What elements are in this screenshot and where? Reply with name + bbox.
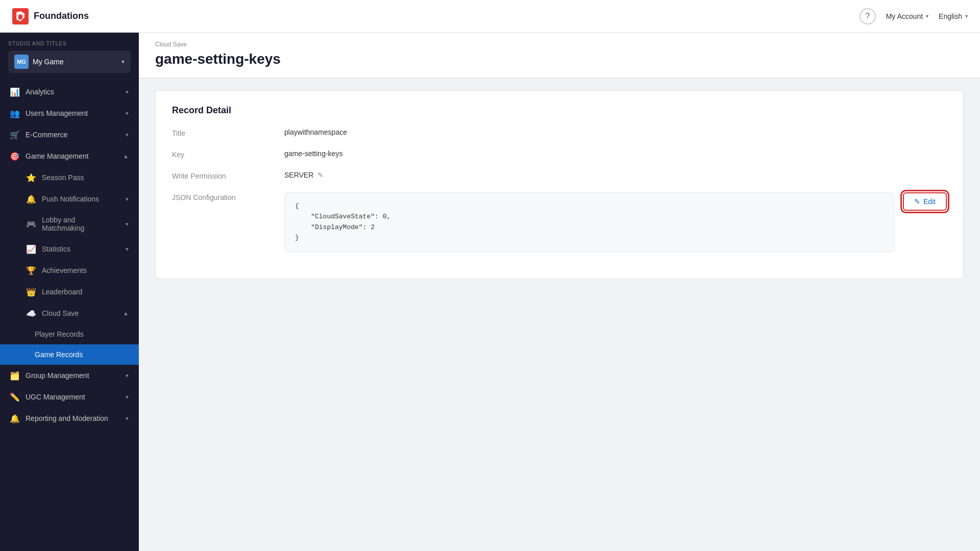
statistics-icon: 📈 [27,244,36,254]
edit-pen-icon: ✎ [914,197,920,206]
sidebar-item-label-reporting: Reporting and Moderation [26,414,119,422]
ugc-chevron-icon: ▾ [126,394,129,400]
lobby-chevron-icon: ▾ [126,221,129,228]
sidebar-item-label-season-pass: Season Pass [42,173,129,182]
group-management-icon: 🗂️ [10,371,19,380]
sidebar-item-reporting-moderation[interactable]: 🔔 Reporting and Moderation ▾ [0,408,139,429]
studio-avatar: MG [14,55,29,69]
lobby-matchmaking-icon: 🎮 [27,219,36,229]
studio-name: My Game [33,58,117,66]
sidebar-item-statistics[interactable]: 📈 Statistics ▾ [0,238,139,260]
users-chevron-icon: ▾ [126,110,129,117]
key-label: Key [172,149,284,159]
logo-area: Foundations [12,8,89,24]
sidebar-item-label-game-management: Game Management [26,152,117,160]
sidebar-item-achievements[interactable]: 🏆 Achievements [0,260,139,281]
reporting-chevron-icon: ▾ [126,415,129,422]
sidebar-item-leaderboard[interactable]: 👑 Leaderboard [0,281,139,303]
breadcrumb: Cloud Save [155,41,964,48]
json-line-3: "DisplayMode": 2 [295,222,884,233]
sidebar-item-label-cloud-save: Cloud Save [42,309,117,317]
content-area: Cloud Save game-setting-keys Record Deta… [139,33,980,551]
sidebar-item-season-pass[interactable]: ⭐ Season Pass [0,167,139,188]
account-button[interactable]: My Account ▾ [886,12,928,20]
content-body: Record Detail Title playwithnamespace Ke… [139,78,980,291]
sidebar-item-label-users: Users Management [26,109,119,117]
language-label: English [939,12,962,20]
main-layout: STUDIO AND TITLES MG My Game ▾ 📊 Analyti… [0,33,980,551]
sidebar-item-push-notifications[interactable]: 🔔 Push Notifications ▾ [0,188,139,210]
key-value: game-setting-keys [284,149,342,158]
write-permission-text: SERVER [284,171,313,179]
title-value: playwithnamespace [284,128,347,136]
sidebar-item-label-statistics: Statistics [42,245,119,253]
logo-text: Foundations [34,11,89,21]
json-line-2: "CloudSaveState": 0, [295,212,884,222]
sidebar-item-users-management[interactable]: 👥 Users Management ▾ [0,103,139,124]
top-header: Foundations ? My Account ▾ English ▾ [0,0,980,33]
language-chevron-icon: ▾ [965,13,968,19]
sidebar-item-label-player-records: Player Records [35,330,129,338]
sidebar-item-label-ugc-management: UGC Management [26,393,119,401]
edit-inline-icon[interactable]: ✎ [317,171,324,179]
edit-button[interactable]: ✎ Edit [903,192,947,211]
json-actions: ✎ Edit [903,192,947,211]
help-icon-symbol: ? [865,12,870,21]
sidebar-item-label-push-notifications: Push Notifications [42,195,119,203]
sidebar-item-label-group-management: Group Management [26,371,119,380]
page-title: game-setting-keys [155,51,964,67]
game-management-chevron-icon: ▲ [123,153,129,159]
push-notifications-chevron-icon: ▾ [126,196,129,203]
achievements-icon: 🏆 [27,266,36,275]
key-field: Key game-setting-keys [172,149,947,159]
group-management-chevron-icon: ▾ [126,372,129,379]
sidebar-item-label-achievements: Achievements [42,266,129,274]
sidebar-item-game-records[interactable]: Game Records [0,344,139,365]
content-header: Cloud Save game-setting-keys [139,33,980,78]
sidebar-item-label-ecommerce: E-Commerce [26,131,119,139]
leaderboard-icon: 👑 [27,287,36,296]
statistics-chevron-icon: ▾ [126,246,129,253]
reporting-moderation-icon: 🔔 [10,414,19,423]
language-button[interactable]: English ▾ [939,12,968,20]
sidebar-item-label-analytics: Analytics [26,88,119,96]
users-management-icon: 👥 [10,109,19,118]
title-label: Title [172,128,284,137]
sidebar-item-game-management[interactable]: 🎯 Game Management ▲ [0,145,139,167]
write-permission-field: Write Permission SERVER ✎ [172,171,947,180]
sidebar-item-group-management[interactable]: 🗂️ Group Management ▾ [0,365,139,386]
ugc-management-icon: ✏️ [10,392,19,402]
write-permission-label: Write Permission [172,171,284,180]
json-config-value: { "CloudSaveState": 0, "DisplayMode": 2 … [284,192,895,252]
account-chevron-icon: ▾ [926,13,928,19]
sidebar-item-player-records[interactable]: Player Records [0,324,139,344]
season-pass-icon: ⭐ [27,173,36,182]
foundations-logo-icon [12,8,29,24]
studio-section: STUDIO AND TITLES MG My Game ▾ [0,33,139,77]
cloud-save-chevron-icon: ▲ [123,310,129,316]
sidebar-item-lobby-matchmaking[interactable]: 🎮 Lobby and Matchmaking ▾ [0,210,139,238]
game-management-icon: 🎯 [10,152,19,161]
record-card-title: Record Detail [172,105,947,116]
push-notifications-icon: 🔔 [27,194,36,204]
sidebar-item-label-game-records: Game Records [35,350,129,359]
title-field: Title playwithnamespace [172,128,947,137]
sidebar-item-label-leaderboard: Leaderboard [42,288,129,296]
studio-section-label: STUDIO AND TITLES [8,41,131,46]
write-permission-value: SERVER ✎ [284,171,324,179]
sidebar-item-analytics[interactable]: 📊 Analytics ▾ [0,81,139,103]
studio-selector[interactable]: MG My Game ▾ [8,51,131,73]
record-detail-card: Record Detail Title playwithnamespace Ke… [155,90,964,279]
json-line-1: { [295,201,884,212]
account-label: My Account [886,12,923,20]
sidebar-item-label-lobby: Lobby and Matchmaking [42,216,119,232]
help-button[interactable]: ? [860,8,876,24]
sidebar-nav: 📊 Analytics ▾ 👥 Users Management ▾ 🛒 E-C… [0,77,139,433]
ecommerce-icon: 🛒 [10,130,19,139]
analytics-icon: 📊 [10,87,19,96]
sidebar-item-cloud-save[interactable]: ☁️ Cloud Save ▲ [0,303,139,324]
sidebar-item-ecommerce[interactable]: 🛒 E-Commerce ▾ [0,124,139,145]
sidebar-item-ugc-management[interactable]: ✏️ UGC Management ▾ [0,386,139,408]
ecommerce-chevron-icon: ▾ [126,132,129,138]
json-config-field: JSON Configuration { "CloudSaveState": 0… [172,192,947,252]
